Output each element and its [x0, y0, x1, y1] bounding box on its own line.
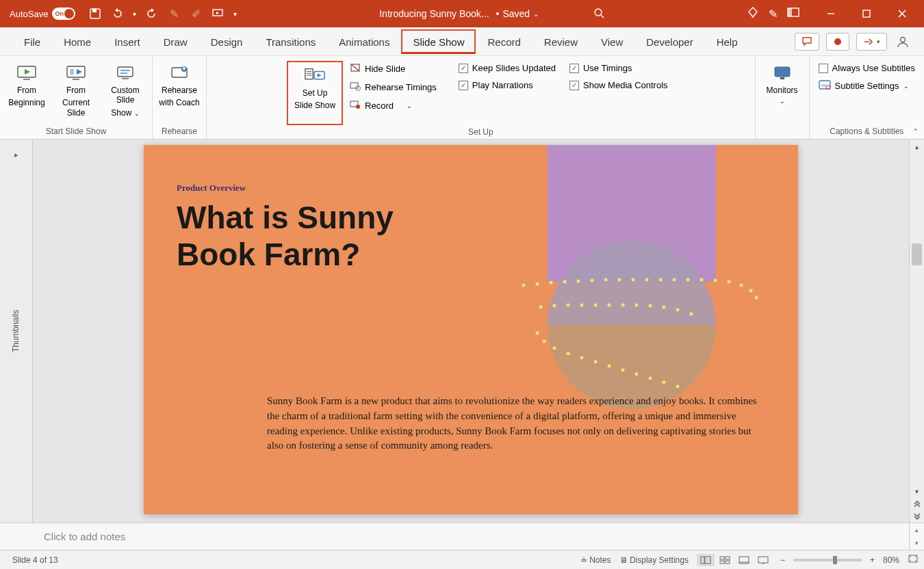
fit-window-icon[interactable]	[908, 554, 919, 566]
undo-icon[interactable]	[111, 8, 123, 20]
chevron-down-icon: ⌄	[780, 98, 785, 105]
save-state[interactable]: • Saved ⌄	[496, 8, 539, 19]
next-slide-icon[interactable]	[910, 510, 924, 522]
subtitle-settings-button[interactable]: ccSubtitle Settings ⌄	[816, 78, 918, 94]
custom-slideshow-button[interactable]: Custom SlideShow ⌄	[101, 61, 150, 120]
minimize-button[interactable]	[816, 0, 846, 27]
svg-point-60	[539, 306, 543, 309]
zoom-level[interactable]: 80%	[883, 555, 899, 565]
notes-scrollbar[interactable]: ▴▾	[909, 523, 924, 550]
scroll-thumb[interactable]	[912, 243, 922, 265]
tab-record[interactable]: Record	[476, 29, 532, 54]
tab-animations[interactable]: Animations	[327, 29, 401, 54]
scroll-up-icon[interactable]: ▴	[910, 140, 924, 153]
present-icon[interactable]	[211, 8, 224, 20]
sorter-view-icon[interactable]	[716, 554, 734, 566]
diamond-icon[interactable]	[747, 6, 759, 21]
vertical-scrollbar[interactable]: ▴ ▾	[909, 140, 924, 522]
pen-icon[interactable]: ✎	[168, 8, 180, 20]
prev-slide-icon[interactable]	[910, 498, 924, 510]
display-settings-button[interactable]: 🖥 Display Settings	[619, 555, 689, 565]
rehearse-coach-button[interactable]: Rehearsewith Coach	[155, 61, 204, 111]
zoom-in-button[interactable]: +	[870, 555, 875, 565]
show-media-checkbox[interactable]: Show Media Controls	[567, 78, 671, 92]
svg-rect-37	[780, 77, 784, 79]
svg-rect-20	[120, 72, 127, 74]
svg-rect-92	[758, 557, 768, 563]
use-timings-checkbox[interactable]: Use Timings	[567, 61, 671, 75]
svg-line-4	[601, 15, 604, 18]
zoom-out-button[interactable]: −	[780, 555, 785, 565]
svg-rect-18	[118, 67, 133, 77]
comments-button[interactable]	[795, 33, 819, 51]
tab-transitions[interactable]: Transitions	[254, 29, 327, 54]
ribbon-tabs: File Home Insert Draw Design Transitions…	[0, 27, 924, 56]
svg-line-31	[351, 64, 359, 71]
from-beginning-button[interactable]: FromBeginning	[2, 61, 51, 111]
maximize-button[interactable]	[851, 0, 882, 27]
autosave-label: AutoSave	[10, 9, 48, 19]
tab-view[interactable]: View	[589, 29, 634, 54]
svg-rect-16	[70, 69, 74, 75]
tab-draw[interactable]: Draw	[152, 29, 199, 54]
tab-home[interactable]: Home	[52, 29, 103, 54]
tab-insert[interactable]: Insert	[103, 29, 152, 54]
notes-pane[interactable]: Click to add notes ▴▾	[0, 522, 924, 550]
scroll-down-icon[interactable]: ▾	[910, 484, 924, 498]
status-bar: Slide 4 of 13 ≐ Notes 🖥 Display Settings…	[0, 550, 924, 569]
tab-developer[interactable]: Developer	[634, 29, 704, 54]
svg-point-59	[755, 296, 758, 300]
chevron-right-icon[interactable]: ▸	[14, 150, 18, 159]
slide-counter: Slide 4 of 13	[5, 555, 580, 565]
account-icon[interactable]	[894, 33, 912, 51]
slide-body: Sunny Book Farm is a new product that ai…	[267, 394, 757, 453]
tab-slide-show[interactable]: Slide Show	[401, 29, 476, 54]
from-current-button[interactable]: FromCurrent Slide	[51, 61, 101, 120]
svg-point-35	[356, 105, 360, 109]
reading-view-icon[interactable]	[735, 554, 753, 566]
slide-subtitle: Product Overview	[177, 183, 246, 194]
search-icon[interactable]	[593, 8, 604, 21]
tab-help[interactable]: Help	[705, 29, 749, 54]
highlighter-icon[interactable]: ✐	[190, 8, 202, 20]
chevron-down-icon: ⌄	[134, 110, 140, 117]
play-current-icon	[65, 64, 87, 83]
collapse-ribbon-icon[interactable]: ⌃	[912, 127, 919, 136]
svg-rect-8	[863, 10, 870, 17]
autosave-toggle[interactable]: AutoSave On	[10, 8, 75, 20]
document-title: Introducing Sunny Book...	[379, 8, 489, 19]
undo-dropdown-icon[interactable]: ▾	[133, 10, 136, 18]
monitors-button[interactable]: Monitors⌄	[758, 61, 807, 108]
always-subtitles-checkbox[interactable]: Always Use Subtitles	[816, 61, 918, 75]
normal-view-icon[interactable]	[697, 554, 715, 566]
window-mode-icon[interactable]	[787, 8, 799, 20]
tab-review[interactable]: Review	[532, 29, 589, 54]
zoom-slider[interactable]	[793, 559, 862, 561]
share-button[interactable]: ▾	[856, 33, 887, 51]
svg-rect-84	[701, 557, 704, 564]
record-button[interactable]	[826, 33, 849, 51]
play-narrations-checkbox[interactable]: Play Narrations	[456, 78, 559, 92]
tab-design[interactable]: Design	[199, 29, 255, 54]
group-captions-label: Captions & Subtitles	[830, 124, 903, 139]
wand-icon[interactable]: ✎	[769, 8, 778, 21]
rehearse-timings-button[interactable]: Rehearse Timings	[347, 79, 439, 95]
slide-canvas[interactable]: Product Overview What is SunnyBook Farm?…	[144, 145, 798, 514]
svg-rect-32	[350, 83, 358, 88]
hide-slide-button[interactable]: Hide Slide	[347, 61, 439, 77]
close-button[interactable]	[887, 0, 917, 27]
keep-updated-checkbox[interactable]: Keep Slides Updated	[456, 61, 559, 75]
setup-slideshow-button[interactable]: Set UpSlide Show	[287, 61, 343, 125]
redo-icon[interactable]	[146, 8, 158, 20]
thumbnails-pane[interactable]: ▸ Thumbnails	[0, 140, 33, 522]
record-dropdown[interactable]: Record ⌄	[347, 98, 439, 114]
svg-point-12	[901, 37, 906, 42]
slideshow-view-icon[interactable]	[754, 554, 772, 566]
tab-file[interactable]: File	[12, 29, 52, 54]
chevron-down-icon: ⌄	[407, 103, 412, 109]
notes-toggle[interactable]: ≐ Notes	[580, 555, 611, 565]
play-start-icon	[16, 64, 38, 83]
save-icon[interactable]	[89, 8, 101, 20]
decorative-circle	[548, 241, 716, 409]
svg-rect-6	[788, 8, 792, 16]
